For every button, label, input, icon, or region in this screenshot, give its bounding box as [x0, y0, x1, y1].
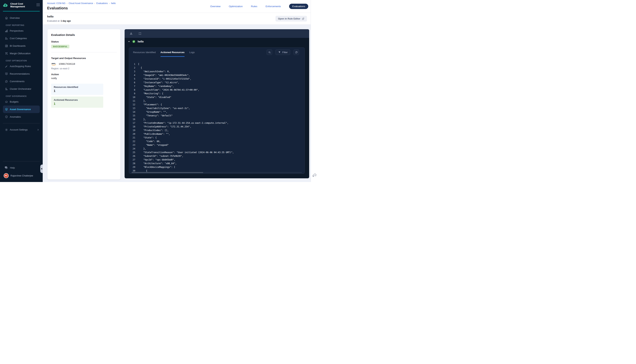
evaluation-viewer-panel: hello Resources IdentifiedActioned Resou… — [125, 29, 309, 178]
code-line: 7 "KeyName": "randomkey", — [132, 84, 304, 88]
filter-funnel-icon — [278, 51, 281, 54]
download-icon[interactable] — [130, 32, 133, 35]
sidebar-section-label: COST GOVERNANCE — [0, 93, 43, 98]
user-name: Rajarshee Chatterjee — [11, 174, 33, 177]
sidebar-item-overview[interactable]: Overview — [0, 14, 43, 22]
line-number: 6 — [132, 81, 135, 84]
line-number: 14 — [132, 110, 135, 114]
sidebar-item-asset-governance[interactable]: $Asset Governance — [3, 106, 40, 113]
code-line: 2 { — [132, 66, 304, 70]
tab-label: Actioned Resources — [160, 51, 185, 54]
search-button[interactable] — [267, 50, 272, 55]
line-content: "GroupName": "", — [138, 110, 167, 114]
resources-identified-value: 1 — [54, 89, 101, 93]
scrollbar-thumb[interactable] — [132, 172, 203, 173]
breadcrumb-link-cloud-asset-governance[interactable]: Cloud Asset Governance — [69, 2, 93, 4]
nav-rules[interactable]: Rules — [251, 5, 257, 8]
breadcrumb-link-hello[interactable]: hello — [111, 2, 116, 4]
breadcrumb-link-evaluations[interactable]: Evaluations — [96, 2, 108, 4]
sidebar-section-label: COST REPORTING — [0, 22, 43, 27]
success-check-icon — [132, 40, 135, 43]
line-content: "ImageId": "ami-002438e556dd03e4c", — [138, 73, 190, 77]
line-number: 18 — [132, 125, 135, 128]
code-line: 24 }, — [132, 147, 304, 150]
home-icon — [5, 16, 8, 20]
line-number: 12 — [132, 103, 135, 106]
sidebar-item-label: Margin Obfuscation — [10, 52, 31, 55]
code-line: 15 "Tenancy": "default" — [132, 114, 304, 118]
tab-label: Resources Identified — [133, 51, 156, 54]
sidebar-item-budgets[interactable]: Budgets — [0, 98, 43, 106]
app-title: Cloud Cost Management — [10, 2, 31, 8]
breadcrumb-separator: › — [108, 2, 111, 4]
breadcrumb-link-account-ccm-ng[interactable]: Account: CCM-NG — [47, 2, 65, 4]
line-content: "StateTransitionReason": "User initiated… — [138, 150, 234, 154]
line-number: 11 — [132, 99, 135, 103]
user-menu[interactable]: RC Rajarshee Chatterjee — [0, 171, 43, 180]
fullscreen-icon[interactable] — [138, 32, 142, 35]
clock-cycle-icon — [5, 80, 8, 83]
resources-identified-box: Resources Identified 1 — [51, 84, 103, 95]
line-number: 10 — [132, 96, 135, 99]
nav-overview[interactable]: Overview — [210, 5, 220, 8]
page-title: Evaluations — [47, 6, 68, 10]
nav-evaluations-active[interactable]: Evaluations — [289, 4, 308, 9]
sidebar-item-account-settings[interactable]: Account Settings — [0, 126, 43, 134]
dashboard-image-icon — [5, 44, 8, 48]
line-content: "PrivateIpAddress": "172.31.44.254", — [138, 125, 191, 128]
sidebar-item-autostopping-rules[interactable]: AutoStopping Rules — [0, 62, 43, 70]
code-line: 16 }, — [132, 118, 304, 121]
svg-text:$: $ — [6, 109, 7, 110]
filter-button[interactable]: Filter — [275, 50, 290, 55]
open-rule-editor-button[interactable]: Open in Rule Editor — [275, 16, 307, 22]
status-badge: SUCCESSFUL — [51, 45, 69, 48]
support-chat-icon[interactable] — [312, 172, 317, 178]
sidebar-item-cluster-orchestrator[interactable]: Cluster Orchestrator — [0, 85, 43, 93]
nav-optimization[interactable]: Optimization — [229, 5, 242, 8]
sidebar-collapse-handle[interactable] — [40, 164, 43, 173]
sidebar-item-bi-dashboards[interactable]: BI Dashboards — [0, 42, 43, 50]
line-content: { — [138, 66, 142, 70]
help-button[interactable]: ? Help — [0, 164, 43, 171]
sidebar-item-recommendations[interactable]: Recommendations — [0, 70, 43, 78]
evaluated-at: Evaluated at: 1 day ago — [47, 20, 71, 22]
line-number: 22 — [132, 140, 135, 143]
tab-resources-identified[interactable]: Resources Identified — [133, 48, 156, 57]
breadcrumb-separator: › — [93, 2, 96, 4]
copy-button[interactable] — [293, 50, 299, 55]
code-line: 14 "GroupName": "", — [132, 110, 304, 114]
code-line: 1[ — [132, 62, 304, 66]
sidebar-item-label: BI Dashboards — [10, 44, 26, 47]
code-line: 27 "VpcId": "vpc-bb845bd0", — [132, 158, 304, 162]
line-content: "LaunchTime": "2024-06-06T04:41:37+00:00… — [138, 88, 199, 92]
breadcrumb-separator: › — [65, 2, 69, 4]
line-number: 13 — [132, 106, 135, 110]
tab-actioned-resources[interactable]: Actioned Resources — [160, 48, 185, 57]
app-switcher-icon[interactable] — [37, 3, 40, 6]
card-divider — [51, 52, 117, 52]
piggy-bank-icon — [5, 100, 8, 104]
sidebar-divider — [3, 161, 40, 162]
line-content: "Architecture": "x86_64", — [138, 162, 177, 165]
sidebar-item-margin-obfuscation[interactable]: Margin Obfuscation — [0, 50, 43, 57]
line-content: "Placement": { — [138, 103, 162, 106]
external-link-icon — [302, 18, 304, 20]
chevron-up-icon[interactable] — [128, 40, 130, 43]
line-number: 2 — [132, 66, 135, 70]
code-line: 28 "Architecture": "x86_64", — [132, 162, 304, 165]
sidebar-accent-rule — [3, 11, 40, 12]
sidebar-item-cost-categories[interactable]: Cost Categories — [0, 34, 43, 42]
viewer-toolbar — [125, 29, 309, 38]
nav-enforcements[interactable]: Enforcements — [265, 5, 281, 8]
sidebar-item-anomalies[interactable]: Anomalies — [0, 113, 43, 120]
sidebar-item-perspectives[interactable]: Perspectives — [0, 27, 43, 34]
sidebar-item-commitments[interactable]: Commitments — [0, 78, 43, 85]
tab-logs[interactable]: Logs — [189, 48, 195, 57]
line-number: 16 — [132, 118, 135, 121]
evaluation-name: hello — [47, 15, 54, 18]
line-number: 8 — [132, 88, 135, 92]
sidebar-item-label: Commitments — [10, 80, 25, 83]
horizontal-scrollbar[interactable] — [132, 172, 302, 173]
line-content: "InstanceId": "i-00512145e7372325d", — [138, 77, 191, 81]
aws-account-id: 108817434118 — [59, 62, 75, 65]
